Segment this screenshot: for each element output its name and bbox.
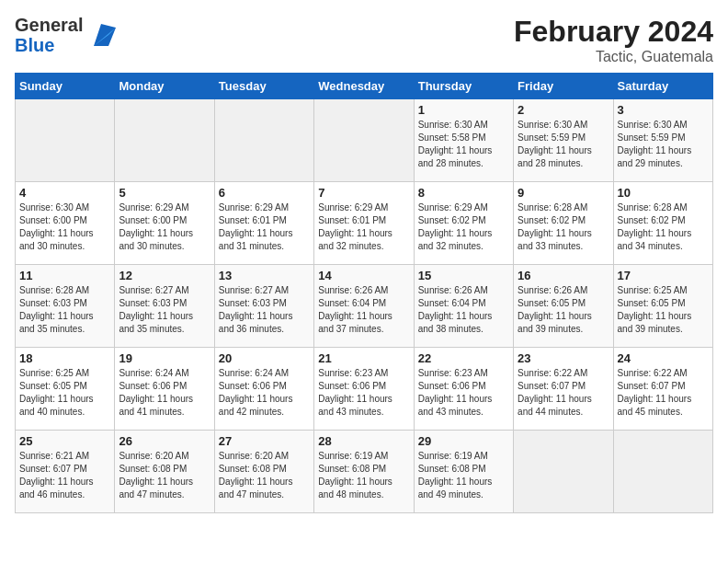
day-info: Sunrise: 6:22 AM Sunset: 6:07 PM Dayligh… [518, 367, 609, 419]
day-info: Sunrise: 6:25 AM Sunset: 6:05 PM Dayligh… [19, 367, 110, 419]
calendar-cell: 3Sunrise: 6:30 AM Sunset: 5:59 PM Daylig… [613, 99, 712, 182]
day-number: 19 [119, 351, 210, 365]
day-number: 11 [19, 269, 110, 282]
day-info: Sunrise: 6:25 AM Sunset: 6:05 PM Dayligh… [618, 284, 709, 336]
calendar-cell: 17Sunrise: 6:25 AM Sunset: 6:05 PM Dayli… [613, 265, 712, 348]
day-info: Sunrise: 6:28 AM Sunset: 6:03 PM Dayligh… [19, 284, 110, 336]
day-number: 15 [418, 269, 509, 282]
day-number: 29 [418, 434, 509, 448]
day-header-saturday: Saturday [613, 74, 712, 99]
day-info: Sunrise: 6:28 AM Sunset: 6:02 PM Dayligh… [618, 201, 709, 253]
calendar-cell: 21Sunrise: 6:23 AM Sunset: 6:06 PM Dayli… [314, 348, 414, 431]
day-info: Sunrise: 6:26 AM Sunset: 6:05 PM Dayligh… [518, 284, 609, 336]
day-number: 28 [318, 434, 409, 448]
day-info: Sunrise: 6:23 AM Sunset: 6:06 PM Dayligh… [418, 367, 509, 419]
calendar-cell: 11Sunrise: 6:28 AM Sunset: 6:03 PM Dayli… [16, 265, 115, 348]
calendar-cell: 24Sunrise: 6:22 AM Sunset: 6:07 PM Dayli… [613, 348, 712, 431]
day-info: Sunrise: 6:30 AM Sunset: 5:59 PM Dayligh… [618, 119, 709, 170]
calendar-cell: 25Sunrise: 6:21 AM Sunset: 6:07 PM Dayli… [16, 431, 115, 513]
day-info: Sunrise: 6:21 AM Sunset: 6:07 PM Dayligh… [19, 450, 110, 501]
calendar-week-3: 11Sunrise: 6:28 AM Sunset: 6:03 PM Dayli… [16, 265, 713, 348]
logo-icon [86, 20, 116, 50]
day-info: Sunrise: 6:26 AM Sunset: 6:04 PM Dayligh… [318, 284, 409, 336]
calendar-table: SundayMondayTuesdayWednesdayThursdayFrid… [15, 73, 713, 513]
day-info: Sunrise: 6:29 AM Sunset: 6:01 PM Dayligh… [219, 201, 310, 253]
day-info: Sunrise: 6:30 AM Sunset: 5:58 PM Dayligh… [418, 119, 509, 170]
day-number: 3 [618, 103, 709, 117]
day-info: Sunrise: 6:22 AM Sunset: 6:07 PM Dayligh… [618, 367, 709, 419]
day-header-sunday: Sunday [16, 74, 115, 99]
day-number: 6 [219, 186, 310, 200]
day-number: 16 [518, 269, 609, 282]
day-number: 27 [219, 434, 310, 448]
calendar-cell: 22Sunrise: 6:23 AM Sunset: 6:06 PM Dayli… [414, 348, 513, 431]
calendar-cell: 28Sunrise: 6:19 AM Sunset: 6:08 PM Dayli… [314, 431, 414, 513]
day-header-wednesday: Wednesday [314, 74, 414, 99]
calendar-cell [514, 431, 613, 513]
day-number: 20 [219, 351, 310, 365]
svg-marker-0 [94, 24, 116, 46]
day-info: Sunrise: 6:29 AM Sunset: 6:01 PM Dayligh… [318, 201, 409, 253]
logo: General Blue [15, 15, 116, 55]
day-info: Sunrise: 6:27 AM Sunset: 6:03 PM Dayligh… [219, 284, 310, 336]
day-info: Sunrise: 6:19 AM Sunset: 6:08 PM Dayligh… [318, 450, 409, 501]
calendar-cell: 27Sunrise: 6:20 AM Sunset: 6:08 PM Dayli… [214, 431, 313, 513]
day-number: 7 [318, 186, 409, 200]
day-info: Sunrise: 6:20 AM Sunset: 6:08 PM Dayligh… [119, 450, 210, 501]
day-number: 1 [418, 103, 509, 117]
logo-general: General [15, 15, 83, 35]
day-number: 23 [518, 351, 609, 365]
day-number: 24 [618, 351, 709, 365]
day-number: 12 [119, 269, 210, 282]
day-number: 17 [618, 269, 709, 282]
day-info: Sunrise: 6:30 AM Sunset: 5:59 PM Dayligh… [518, 119, 609, 170]
day-number: 2 [518, 103, 609, 117]
calendar-header-row: SundayMondayTuesdayWednesdayThursdayFrid… [16, 74, 713, 99]
calendar-cell [314, 99, 414, 182]
calendar-cell: 29Sunrise: 6:19 AM Sunset: 6:08 PM Dayli… [414, 431, 513, 513]
day-info: Sunrise: 6:19 AM Sunset: 6:08 PM Dayligh… [418, 450, 509, 501]
calendar-cell: 7Sunrise: 6:29 AM Sunset: 6:01 PM Daylig… [314, 182, 414, 265]
subtitle: Tactic, Guatemala [514, 49, 713, 65]
calendar-cell: 20Sunrise: 6:24 AM Sunset: 6:06 PM Dayli… [214, 348, 313, 431]
calendar-cell: 1Sunrise: 6:30 AM Sunset: 5:58 PM Daylig… [414, 99, 513, 182]
day-number: 10 [618, 186, 709, 200]
day-number: 8 [418, 186, 509, 200]
day-info: Sunrise: 6:29 AM Sunset: 6:00 PM Dayligh… [119, 201, 210, 253]
day-header-tuesday: Tuesday [214, 74, 313, 99]
calendar-cell: 14Sunrise: 6:26 AM Sunset: 6:04 PM Dayli… [314, 265, 414, 348]
day-info: Sunrise: 6:24 AM Sunset: 6:06 PM Dayligh… [119, 367, 210, 419]
title-block: February 2024 Tactic, Guatemala [514, 15, 713, 65]
day-info: Sunrise: 6:30 AM Sunset: 6:00 PM Dayligh… [19, 201, 110, 253]
calendar-cell: 15Sunrise: 6:26 AM Sunset: 6:04 PM Dayli… [414, 265, 513, 348]
calendar-cell [115, 99, 214, 182]
day-info: Sunrise: 6:23 AM Sunset: 6:06 PM Dayligh… [318, 367, 409, 419]
day-number: 21 [318, 351, 409, 365]
calendar-cell: 2Sunrise: 6:30 AM Sunset: 5:59 PM Daylig… [514, 99, 613, 182]
calendar-week-5: 25Sunrise: 6:21 AM Sunset: 6:07 PM Dayli… [16, 431, 713, 513]
main-title: February 2024 [514, 15, 713, 49]
calendar-cell: 13Sunrise: 6:27 AM Sunset: 6:03 PM Dayli… [214, 265, 313, 348]
day-number: 13 [219, 269, 310, 282]
calendar-cell: 6Sunrise: 6:29 AM Sunset: 6:01 PM Daylig… [214, 182, 313, 265]
day-number: 18 [19, 351, 110, 365]
calendar-cell: 16Sunrise: 6:26 AM Sunset: 6:05 PM Dayli… [514, 265, 613, 348]
day-number: 4 [19, 186, 110, 200]
day-number: 25 [19, 434, 110, 448]
day-number: 5 [119, 186, 210, 200]
calendar-cell: 19Sunrise: 6:24 AM Sunset: 6:06 PM Dayli… [115, 348, 214, 431]
calendar-week-1: 1Sunrise: 6:30 AM Sunset: 5:58 PM Daylig… [16, 99, 713, 182]
calendar-cell: 4Sunrise: 6:30 AM Sunset: 6:00 PM Daylig… [16, 182, 115, 265]
calendar-cell: 12Sunrise: 6:27 AM Sunset: 6:03 PM Dayli… [115, 265, 214, 348]
day-number: 9 [518, 186, 609, 200]
day-info: Sunrise: 6:27 AM Sunset: 6:03 PM Dayligh… [119, 284, 210, 336]
day-info: Sunrise: 6:24 AM Sunset: 6:06 PM Dayligh… [219, 367, 310, 419]
logo-blue: Blue [15, 35, 83, 55]
day-header-monday: Monday [115, 74, 214, 99]
calendar-cell: 26Sunrise: 6:20 AM Sunset: 6:08 PM Dayli… [115, 431, 214, 513]
day-header-thursday: Thursday [414, 74, 513, 99]
calendar-cell [214, 99, 313, 182]
calendar-cell: 9Sunrise: 6:28 AM Sunset: 6:02 PM Daylig… [514, 182, 613, 265]
calendar-week-2: 4Sunrise: 6:30 AM Sunset: 6:00 PM Daylig… [16, 182, 713, 265]
day-header-friday: Friday [514, 74, 613, 99]
